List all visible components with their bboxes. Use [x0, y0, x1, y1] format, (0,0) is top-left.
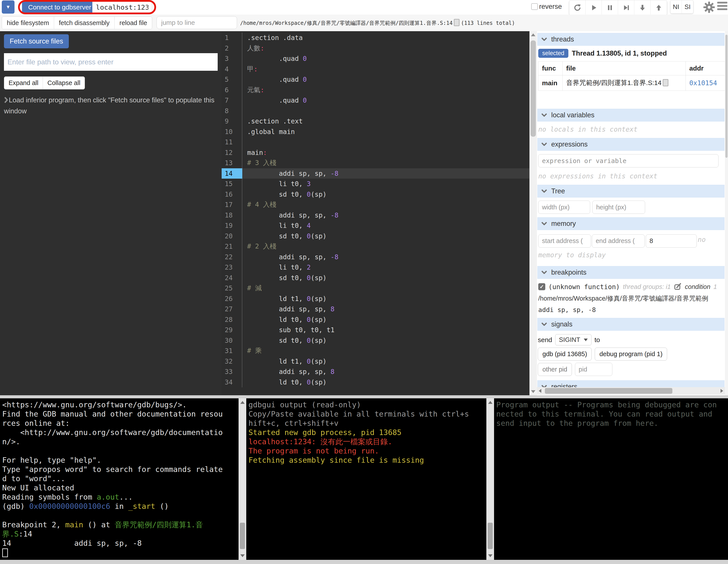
condition-label[interactable]: condition	[685, 283, 710, 290]
line-number[interactable]: 27	[222, 304, 242, 314]
run-restart-button[interactable]	[569, 0, 586, 15]
line-number[interactable]: 12	[222, 148, 242, 158]
connect-dropdown-button[interactable]: ▼	[2, 0, 15, 14]
locals-section-header[interactable]: local variables	[537, 109, 724, 122]
scroll-thumb[interactable]	[240, 523, 245, 549]
frame-addr[interactable]: 0x10154	[686, 75, 728, 91]
editor-scroll-thumb[interactable]	[531, 40, 536, 137]
line-number[interactable]: 34	[222, 377, 242, 387]
fetch-disassembly-button[interactable]: fetch disassembly	[54, 17, 115, 29]
line-number[interactable]: 4	[222, 64, 242, 75]
tree-section-header[interactable]: Tree	[537, 185, 724, 198]
file-path-input[interactable]	[4, 53, 218, 71]
gdbgui-output-terminal[interactable]: gdbgui output (read-only)Copy/Paste avai…	[246, 398, 486, 560]
line-number[interactable]: 22	[222, 252, 242, 262]
scroll-left-icon[interactable]	[539, 389, 541, 393]
threads-section-header[interactable]: threads	[537, 33, 724, 46]
vscroll-thumb[interactable]	[725, 35, 728, 158]
line-number[interactable]: 9	[222, 116, 242, 127]
hscroll-thumb[interactable]	[545, 388, 672, 394]
memory-end-input[interactable]	[592, 235, 645, 248]
gdbserver-address-input[interactable]	[92, 1, 152, 14]
side-panel-horizontal-scrollbar[interactable]	[537, 387, 725, 395]
step-instruction-button[interactable]: SI	[682, 0, 693, 13]
tree-height-input[interactable]	[592, 201, 645, 214]
step-into-button[interactable]	[634, 0, 651, 15]
pause-button[interactable]	[602, 0, 618, 15]
send-to-gdb-button[interactable]: gdb (pid 13685)	[538, 347, 592, 360]
reverse-checkbox[interactable]	[531, 3, 538, 10]
copy-path-icon[interactable]	[454, 19, 460, 26]
signals-section-header[interactable]: signals	[537, 318, 724, 331]
scroll-up-icon[interactable]	[488, 401, 493, 404]
line-number[interactable]: 33	[222, 366, 242, 377]
source-code-editor[interactable]: 1.section .data2人數:3 .quad 04甲:5 .quad 0…	[222, 31, 529, 395]
copy-file-icon[interactable]	[663, 79, 668, 86]
line-number[interactable]: 31	[222, 345, 242, 356]
tree-width-input[interactable]	[538, 201, 590, 214]
fetch-source-files-button[interactable]: Fetch source files	[4, 34, 69, 48]
expand-all-button[interactable]: Expand all	[4, 77, 43, 89]
send-to-program-button[interactable]: debug program (pid 1)	[595, 347, 667, 360]
line-number[interactable]: 15	[222, 179, 242, 189]
scroll-down-icon[interactable]	[488, 554, 493, 557]
scroll-up-icon[interactable]	[240, 401, 245, 404]
line-number[interactable]: 21	[222, 241, 242, 252]
scroll-up-icon[interactable]	[531, 33, 535, 36]
line-number[interactable]: 30	[222, 335, 242, 346]
line-number[interactable]: 8	[222, 106, 242, 116]
continue-button[interactable]	[586, 0, 602, 15]
signal-select[interactable]: SIGINT	[555, 334, 591, 345]
step-out-button[interactable]	[651, 0, 667, 15]
side-panel-vertical-scrollbar[interactable]	[725, 31, 728, 395]
line-number[interactable]: 19	[222, 221, 242, 231]
line-number[interactable]: 6	[222, 85, 242, 95]
line-number[interactable]: 18	[222, 210, 242, 221]
scroll-thumb[interactable]	[488, 523, 493, 549]
line-number[interactable]: 26	[222, 293, 242, 304]
editor-scrollbar[interactable]	[529, 31, 537, 395]
other-pid-button[interactable]: other pid	[538, 363, 572, 376]
line-number[interactable]: 10	[222, 127, 242, 137]
line-number[interactable]: 20	[222, 231, 242, 242]
gdb-terminal[interactable]: <https://www.gnu.org/software/gdb/bugs/>…	[0, 398, 239, 560]
scroll-down-icon[interactable]	[531, 390, 535, 393]
thread-label[interactable]: Thread 1.13805, id 1, stopped	[572, 49, 667, 57]
menu-button[interactable]	[717, 2, 727, 12]
line-number[interactable]: 23	[222, 262, 242, 273]
line-number[interactable]: 1	[222, 33, 242, 43]
line-number[interactable]: 32	[222, 356, 242, 367]
line-number[interactable]: 28	[222, 314, 242, 325]
line-number[interactable]: 2	[222, 43, 242, 54]
line-number[interactable]: 14	[222, 168, 242, 179]
line-number[interactable]: 13	[222, 158, 242, 168]
memory-bytes-input[interactable]	[646, 235, 697, 248]
gdbgui-terminal-scrollbar[interactable]	[486, 398, 494, 560]
connect-gdbserver-button[interactable]: Connect to gdbserver	[22, 1, 97, 14]
expressions-section-header[interactable]: expressions	[537, 138, 724, 151]
edit-condition-icon[interactable]	[674, 283, 682, 291]
line-number[interactable]: 29	[222, 325, 242, 335]
breakpoints-section-header[interactable]: breakpoints	[537, 266, 724, 279]
program-output-terminal[interactable]: Program output -- Programs being debugge…	[494, 398, 728, 560]
pid-input[interactable]	[575, 363, 612, 376]
line-number[interactable]: 25	[222, 283, 242, 293]
breakpoint-checkbox[interactable]: ✓	[538, 283, 545, 290]
jump-to-line-input[interactable]	[157, 16, 237, 29]
memory-start-input[interactable]	[538, 235, 591, 248]
collapse-all-button[interactable]: Collapse all	[43, 77, 85, 89]
scroll-right-icon[interactable]	[721, 389, 723, 393]
hide-filesystem-button[interactable]: hide filesystem	[2, 17, 54, 29]
scroll-down-icon[interactable]	[240, 554, 245, 557]
line-number[interactable]: 24	[222, 273, 242, 283]
table-row[interactable]: main 音界咒範例/四則運算1.音界.S:14 0x10154	[538, 75, 728, 91]
reload-file-button[interactable]: reload file	[115, 17, 152, 29]
line-number[interactable]: 17	[222, 200, 242, 210]
next-instruction-button[interactable]: NI	[670, 0, 682, 13]
line-number[interactable]: 11	[222, 137, 242, 148]
expression-input[interactable]	[538, 154, 719, 168]
memory-section-header[interactable]: memory	[537, 217, 724, 230]
line-number[interactable]: 7	[222, 95, 242, 106]
next-line-button[interactable]	[618, 0, 634, 15]
gdb-terminal-scrollbar[interactable]	[239, 398, 246, 560]
